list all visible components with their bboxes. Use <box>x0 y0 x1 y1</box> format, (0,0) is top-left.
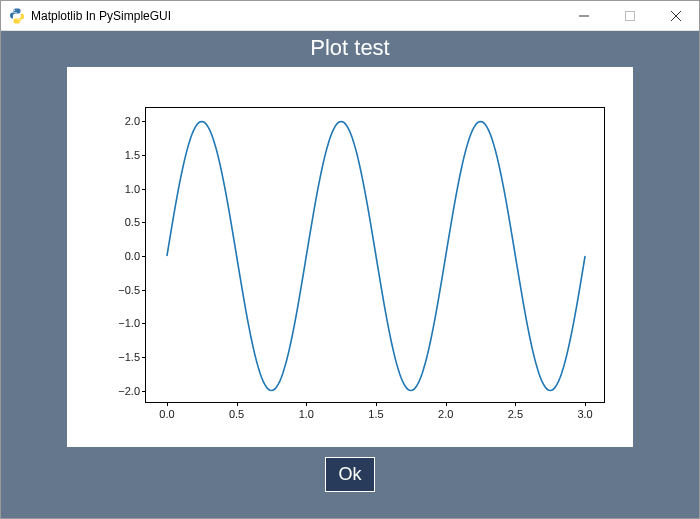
ytick-label: 1.0 <box>125 183 140 195</box>
plot-canvas: −2.0−1.5−1.0−0.50.00.51.01.52.00.00.51.0… <box>67 67 633 447</box>
xtick-label: 2.0 <box>438 408 453 420</box>
minimize-button[interactable] <box>561 1 607 30</box>
line-series <box>146 108 606 404</box>
ytick-label: 0.5 <box>125 216 140 228</box>
app-body: Plot test −2.0−1.5−1.0−0.50.00.51.01.52.… <box>1 31 699 518</box>
xtick-label: 2.5 <box>508 408 523 420</box>
ytick-label: 0.0 <box>125 250 140 262</box>
xtick-label: 1.0 <box>299 408 314 420</box>
window-controls <box>561 1 699 30</box>
ytick-label: −1.0 <box>118 317 140 329</box>
close-button[interactable] <box>653 1 699 30</box>
xtick-label: 0.0 <box>159 408 174 420</box>
titlebar: Matplotlib In PySimpleGUI <box>1 1 699 31</box>
window-title: Matplotlib In PySimpleGUI <box>31 9 171 23</box>
svg-point-1 <box>19 21 20 22</box>
ytick-label: −0.5 <box>118 284 140 296</box>
svg-point-0 <box>14 9 15 10</box>
xtick-label: 1.5 <box>368 408 383 420</box>
plot-title: Plot test <box>310 35 389 61</box>
python-icon <box>9 8 25 24</box>
xtick-label: 0.5 <box>229 408 244 420</box>
ytick-label: −2.0 <box>118 385 140 397</box>
xtick-label: 3.0 <box>577 408 592 420</box>
svg-rect-3 <box>626 11 635 20</box>
plot-axes: −2.0−1.5−1.0−0.50.00.51.01.52.00.00.51.0… <box>145 107 605 403</box>
ytick-label: −1.5 <box>118 351 140 363</box>
ok-button[interactable]: Ok <box>325 457 374 492</box>
ytick-label: 2.0 <box>125 115 140 127</box>
ytick-label: 1.5 <box>125 149 140 161</box>
maximize-button[interactable] <box>607 1 653 30</box>
